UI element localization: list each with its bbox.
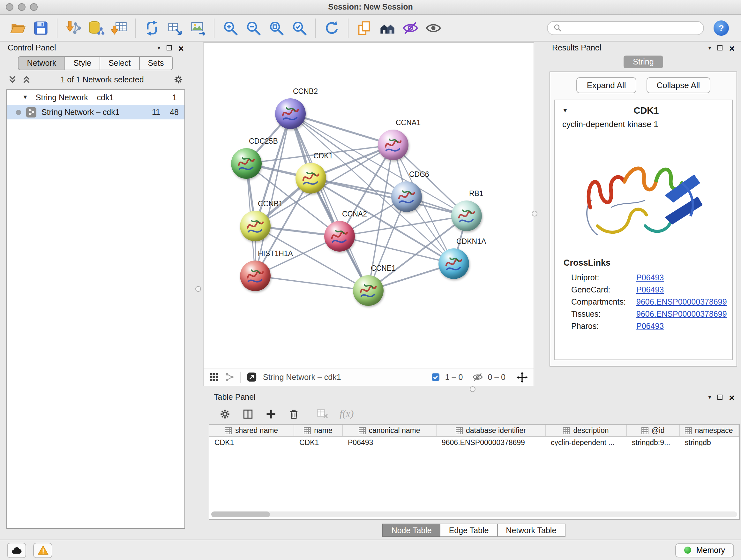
- zoom-window-button[interactable]: [30, 3, 38, 11]
- tab-sets[interactable]: Sets: [139, 56, 173, 70]
- automation-status-button[interactable]: [7, 543, 26, 558]
- apply-layout-button[interactable]: [320, 16, 343, 39]
- search-box[interactable]: [547, 21, 704, 35]
- crosslink-pharos-link[interactable]: P06493: [636, 321, 664, 330]
- scrollbar-thumb[interactable]: [211, 511, 270, 517]
- maximize-panel-icon[interactable]: [718, 45, 723, 51]
- snapshot-button[interactable]: [353, 16, 376, 39]
- overview-button[interactable]: [376, 16, 399, 39]
- network-row[interactable]: String Network – cdk1 11 48: [7, 105, 185, 119]
- collapse-gene-icon[interactable]: ▼: [562, 108, 568, 113]
- tab-style[interactable]: Style: [64, 56, 100, 70]
- import-table-button[interactable]: [108, 16, 131, 39]
- column-header-description[interactable]: description: [546, 425, 627, 436]
- search-input[interactable]: [565, 23, 697, 32]
- tab-node-table[interactable]: Node Table: [383, 523, 441, 537]
- crosslink-tissues-link[interactable]: 9606.ENSP00000378699: [636, 309, 727, 318]
- hidden-eye-icon[interactable]: [472, 372, 483, 382]
- export-image-button[interactable]: [186, 16, 209, 39]
- expand-all-button[interactable]: Expand All: [577, 77, 636, 93]
- horizontal-scrollbar[interactable]: [211, 511, 737, 517]
- minimize-window-button[interactable]: [18, 3, 25, 11]
- close-panel-icon[interactable]: ×: [729, 43, 735, 53]
- float-panel-icon[interactable]: ▾: [708, 45, 711, 51]
- tab-select[interactable]: Select: [99, 56, 140, 70]
- zoom-fit-button[interactable]: [265, 16, 288, 39]
- tab-edge-table[interactable]: Edge Table: [440, 523, 498, 537]
- clone-network-button[interactable]: [163, 16, 186, 39]
- network-canvas[interactable]: CCNB2CCNA1CDC25BCDK1CDC6RB1CCNB1CCNA2CDK…: [204, 43, 534, 368]
- delete-column-button[interactable]: [288, 408, 300, 420]
- close-window-button[interactable]: [6, 3, 13, 11]
- memory-button[interactable]: Memory: [675, 543, 734, 557]
- node-CCNB2[interactable]: [275, 98, 306, 129]
- grid-icon[interactable]: [209, 372, 219, 382]
- right-splitter-handle[interactable]: [532, 211, 537, 216]
- hide-selected-button[interactable]: [399, 16, 422, 39]
- delete-table-button[interactable]: [316, 408, 329, 420]
- gear-icon[interactable]: [173, 74, 184, 85]
- crosslink-genecard-link[interactable]: P06493: [636, 285, 664, 294]
- maximize-panel-icon[interactable]: [718, 395, 723, 400]
- tab-network[interactable]: Network: [18, 56, 65, 70]
- column-header-namespace[interactable]: namespace: [680, 425, 738, 436]
- save-session-button[interactable]: [29, 16, 52, 39]
- node-HIST1H1A[interactable]: [240, 260, 271, 291]
- node-label-HIST1H1A: HIST1H1A: [258, 250, 293, 257]
- float-panel-icon[interactable]: ▾: [708, 394, 711, 400]
- network-collection-row[interactable]: ▼ String Network – cdk1 1: [7, 90, 185, 105]
- bottom-splitter-handle[interactable]: [470, 386, 475, 392]
- table-settings-button[interactable]: [219, 408, 231, 420]
- function-builder-button[interactable]: f(x): [340, 408, 354, 420]
- create-column-button[interactable]: [265, 408, 277, 420]
- table-row[interactable]: CDK1CDK1P064939606.ENSP00000378699cyclin…: [209, 437, 739, 448]
- node-CCNA1[interactable]: [378, 130, 408, 160]
- crosslink-uniprot-link[interactable]: P06493: [636, 273, 664, 282]
- detach-view-icon[interactable]: [246, 372, 257, 382]
- maximize-panel-icon[interactable]: [166, 45, 172, 51]
- birdseye-icon[interactable]: [225, 372, 234, 382]
- column-header-shared-name[interactable]: shared name: [209, 425, 294, 436]
- close-panel-icon[interactable]: ×: [729, 392, 735, 402]
- node-CDK1[interactable]: [295, 163, 326, 193]
- node-CDKN1A[interactable]: [439, 248, 469, 279]
- column-header-canonical-name[interactable]: canonical name: [343, 425, 436, 436]
- node-label-CCNB1: CCNB1: [258, 200, 283, 207]
- open-session-button[interactable]: [6, 16, 29, 39]
- edge-CCNA2-CDKN1A[interactable]: [340, 236, 454, 264]
- tab-string[interactable]: String: [623, 56, 663, 68]
- zoom-selected-button[interactable]: [288, 16, 311, 39]
- new-network-button[interactable]: [140, 16, 163, 39]
- collapse-collection-icon[interactable]: ▼: [22, 95, 28, 100]
- import-network-file-button[interactable]: [62, 16, 85, 39]
- show-all-button[interactable]: [422, 16, 445, 39]
- warnings-button[interactable]: [33, 543, 52, 558]
- edge-CCNB2-CCNE1[interactable]: [290, 114, 368, 291]
- node-CCNA2[interactable]: [324, 221, 355, 252]
- import-network-database-button[interactable]: [85, 16, 108, 39]
- collapse-all-button[interactable]: Collapse All: [647, 77, 711, 93]
- close-panel-icon[interactable]: ×: [178, 43, 184, 53]
- node-CDC6[interactable]: [391, 181, 422, 212]
- float-panel-icon[interactable]: ▾: [157, 45, 160, 51]
- tab-network-table[interactable]: Network Table: [497, 523, 565, 537]
- title-bar[interactable]: Session: New Session: [0, 0, 741, 15]
- node-CCNB1[interactable]: [240, 211, 271, 241]
- column-header-id[interactable]: @id: [627, 425, 680, 436]
- expand-tree-icon[interactable]: [22, 75, 31, 84]
- collapse-tree-icon[interactable]: [8, 75, 17, 84]
- node-CDC25B[interactable]: [231, 148, 262, 179]
- help-button[interactable]: ?: [714, 20, 729, 36]
- zoom-out-button[interactable]: [242, 16, 265, 39]
- column-header-database-identifier[interactable]: database identifier: [436, 425, 546, 436]
- selected-checkbox-icon[interactable]: [431, 372, 441, 382]
- node-CCNE1[interactable]: [353, 275, 384, 306]
- crosslink-compartments-link[interactable]: 9606.ENSP00000378699: [636, 297, 727, 306]
- zoom-in-button[interactable]: [219, 16, 242, 39]
- move-icon[interactable]: [516, 371, 528, 383]
- edge-HIST1H1A-CCNE1[interactable]: [255, 276, 368, 291]
- left-splitter-handle[interactable]: [195, 286, 201, 292]
- column-header-name[interactable]: name: [294, 425, 343, 436]
- show-columns-button[interactable]: [242, 408, 254, 420]
- node-RB1[interactable]: [451, 200, 482, 231]
